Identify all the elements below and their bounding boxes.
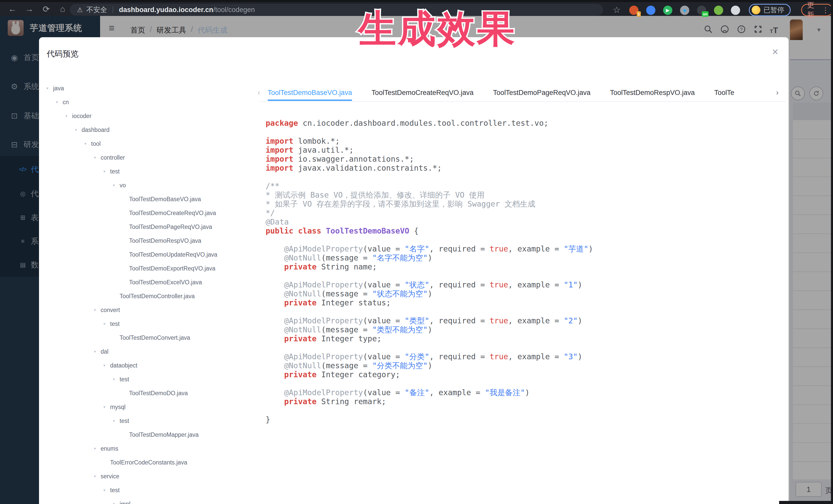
tree-expand-icon[interactable]: ▾: [112, 183, 120, 188]
tree-node[interactable]: ▾test: [46, 317, 259, 331]
tree-expand-icon[interactable]: ▾: [84, 141, 91, 146]
tree-node[interactable]: ▾ToolTestDemoCreateReqVO.java: [46, 206, 259, 220]
code-line: import lombok.*;: [266, 137, 593, 145]
tree-node-label: java: [53, 85, 64, 92]
tree-expand-icon[interactable]: ▾: [46, 86, 53, 91]
code-line: [266, 172, 593, 182]
tree-node[interactable]: ▾ToolTestDemoPageReqVO.java: [46, 220, 259, 234]
code-line: [266, 379, 593, 388]
tree-node[interactable]: ▾ToolTestDemoRespVO.java: [46, 234, 259, 248]
code-view: package cn.iocoder.dashboard.modules.too…: [266, 119, 593, 424]
tree-node[interactable]: ▾dataobject: [46, 359, 259, 373]
tree-node[interactable]: ▾mysql: [46, 400, 259, 414]
tree-node[interactable]: ▾controller: [46, 151, 259, 165]
tree-expand-icon[interactable]: ▾: [93, 308, 101, 312]
tabs-divider: [259, 101, 786, 102]
code-line: [266, 406, 593, 415]
tree-expand-icon[interactable]: ▾: [112, 418, 120, 423]
tree-node-label: iocoder: [72, 113, 91, 120]
tree-node[interactable]: ▾ToolTestDemoUpdateReqVO.java: [46, 248, 259, 262]
browser-menu-icon[interactable]: ⋮: [822, 6, 829, 15]
tree-node-label: enums: [101, 445, 118, 452]
puzzle-extension-icon[interactable]: [731, 6, 740, 15]
tree-node[interactable]: ▾impl: [46, 497, 259, 504]
tree-node[interactable]: ▾service: [46, 470, 259, 483]
tree-node[interactable]: ▾dal: [46, 345, 259, 359]
address-bar[interactable]: ⚠ 不安全 dashboard.yudao.iocoder.cn /tool/c…: [70, 4, 603, 16]
tree-node[interactable]: ▾dashboard: [46, 123, 259, 137]
code-line: @ApiModelProperty(value = "分类", required…: [266, 352, 593, 361]
tree-node[interactable]: ▾ToolTestDemoBaseVO.java: [46, 192, 259, 206]
tree-expand-icon[interactable]: ▾: [103, 488, 110, 493]
tree-node[interactable]: ▾iocoder: [46, 109, 259, 123]
close-icon[interactable]: ×: [772, 46, 778, 57]
url-path: /tool/codegen: [213, 6, 255, 14]
tree-node[interactable]: ▾ToolTestDemoExportReqVO.java: [46, 262, 259, 275]
profile-chip[interactable]: 已暂停: [749, 4, 791, 16]
tree-expand-icon[interactable]: ▾: [93, 155, 101, 160]
gem-extension-icon[interactable]: [646, 6, 656, 15]
tree-expand-icon[interactable]: ▾: [93, 474, 101, 479]
tree-node[interactable]: ▾test: [46, 483, 259, 497]
tab-ToolTe[interactable]: ToolTe: [714, 85, 734, 101]
window-right-edge: [831, 0, 833, 504]
code-line: @NotNull(message = "类型不能为空"): [266, 325, 593, 334]
tree-node-label: dataobject: [110, 362, 137, 369]
tree-node[interactable]: ▾ToolTestDemoConvert.java: [46, 331, 259, 345]
tree-node[interactable]: ▾ToolTestDemoController.java: [46, 289, 259, 303]
tree-expand-icon[interactable]: ▾: [93, 446, 101, 451]
tree-node-label: ToolTestDemoDO.java: [129, 390, 188, 397]
tree-expand-icon[interactable]: ▾: [93, 349, 101, 354]
tabs-scroll-left-icon[interactable]: ‹: [258, 88, 260, 97]
tree-expand-icon[interactable]: ▾: [55, 100, 63, 104]
code-line: private String remark;: [266, 397, 593, 406]
dialog-title: 代码预览: [47, 48, 78, 59]
back-icon[interactable]: ←: [7, 4, 18, 14]
tab-ToolTestDemoRespVO.java[interactable]: ToolTestDemoRespVO.java: [610, 85, 695, 101]
tree-node[interactable]: ▾enums: [46, 442, 259, 456]
tree-node[interactable]: ▾test: [46, 373, 259, 386]
tree-node[interactable]: ▾cn: [46, 95, 259, 109]
bookmark-star-icon[interactable]: ☆: [613, 5, 620, 15]
tree-node[interactable]: ▾ToolTestDemoExcelVO.java: [46, 275, 259, 289]
tree-node[interactable]: ▾convert: [46, 303, 259, 317]
browser-update-button[interactable]: 更新 ⋮: [801, 4, 833, 16]
address-divider: [113, 6, 113, 13]
tree-node-label: ToolTestDemoRespVO.java: [129, 237, 201, 244]
tree-node[interactable]: ▾ToolErrorCodeConstants.java: [46, 456, 259, 470]
tree-expand-icon[interactable]: ▾: [103, 169, 110, 174]
home-icon[interactable]: ⌂: [57, 4, 68, 14]
tabs-scroll-right-icon[interactable]: ›: [776, 88, 779, 97]
tree-expand-icon[interactable]: ▾: [103, 321, 110, 326]
tab-ToolTestDemoPageReqVO.java[interactable]: ToolTestDemoPageReqVO.java: [493, 85, 591, 101]
tree-expand-icon[interactable]: ▾: [103, 363, 110, 368]
file-tree: ▾java▾cn▾iocoder▾dashboard▾tool▾controll…: [46, 81, 259, 504]
video-extension-icon[interactable]: ▶: [663, 6, 672, 15]
tree-node-label: test: [110, 168, 120, 175]
tree-expand-icon[interactable]: ▾: [103, 405, 110, 409]
tab-ToolTestDemoBaseVO.java[interactable]: ToolTestDemoBaseVO.java: [268, 85, 352, 101]
plant-extension-icon[interactable]: [714, 6, 723, 15]
tree-node[interactable]: ▾vo: [46, 178, 259, 192]
tree-node[interactable]: ▾tool: [46, 137, 259, 151]
tab-ToolTestDemoCreateReqVO.java[interactable]: ToolTestDemoCreateReqVO.java: [372, 85, 474, 101]
tree-expand-icon[interactable]: ▾: [112, 502, 120, 504]
forward-icon[interactable]: →: [24, 4, 35, 14]
url-host: dashboard.yudao.iocoder.cn: [119, 6, 213, 14]
tree-node[interactable]: ▾test: [46, 165, 259, 178]
tree-node[interactable]: ▾ToolTestDemoDO.java: [46, 386, 259, 400]
tampermonkey-extension-icon[interactable]: on: [697, 6, 706, 15]
code-line: /**: [266, 182, 593, 190]
code-line: [266, 271, 593, 280]
tree-node[interactable]: ▾test: [46, 414, 259, 428]
tree-node[interactable]: ▾java: [46, 81, 259, 95]
code-line: [266, 235, 593, 244]
tree-expand-icon[interactable]: ▾: [65, 114, 72, 118]
tree-node-label: test: [110, 320, 120, 328]
refresh-icon[interactable]: ⟳: [41, 4, 52, 14]
ubuntu-extension-icon[interactable]: 1: [629, 6, 639, 15]
tree-expand-icon[interactable]: ▾: [74, 127, 81, 132]
tree-expand-icon[interactable]: ▾: [112, 377, 120, 382]
grid-extension-icon[interactable]: ◆: [680, 6, 689, 15]
tree-node[interactable]: ▾ToolTestDemoMapper.java: [46, 428, 259, 442]
